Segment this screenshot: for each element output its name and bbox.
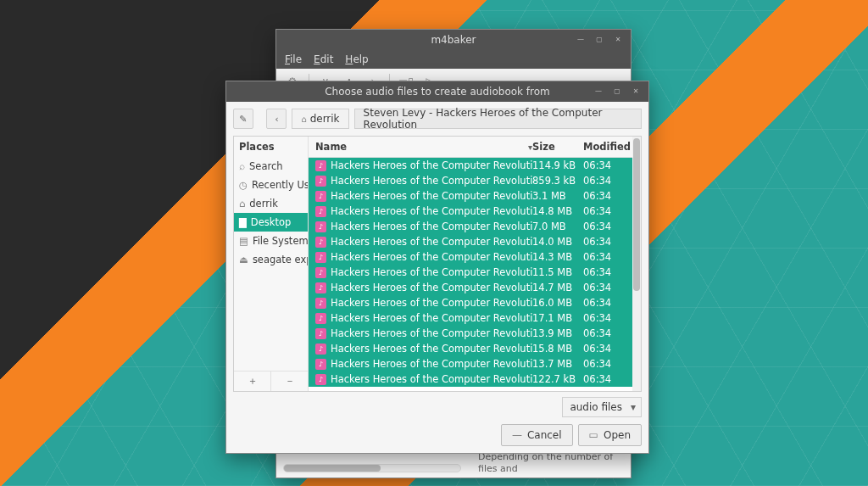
breadcrumb-current[interactable]: Steven Levy - Hackers Heroes of the Comp…	[354, 109, 642, 129]
open-icon: ▭	[589, 429, 598, 441]
file-filter-select[interactable]: audio files	[562, 397, 642, 417]
file-name: Hackers Heroes of the Computer Revolutio…	[331, 312, 532, 324]
open-button[interactable]: ▭ Open	[578, 424, 642, 446]
dialog-titlebar[interactable]: Choose audio files to create audiobook f…	[226, 81, 648, 102]
audio-file-icon: ♪	[315, 374, 326, 385]
file-name: Hackers Heroes of the Computer Revolutio…	[331, 373, 532, 385]
file-row[interactable]: ♪Hackers Heroes of the Computer Revoluti…	[309, 326, 641, 341]
menubar: File Edit Help	[276, 50, 631, 69]
file-row[interactable]: ♪Hackers Heroes of the Computer Revoluti…	[309, 249, 641, 265]
file-modified: 06:34	[583, 266, 634, 278]
file-name: Hackers Heroes of the Computer Revolutio…	[331, 358, 532, 370]
file-name: Hackers Heroes of the Computer Revolutio…	[331, 282, 532, 293]
audio-file-icon: ♪	[315, 313, 326, 324]
file-name: Hackers Heroes of the Computer Revolutio…	[331, 175, 532, 187]
file-row[interactable]: ♪Hackers Heroes of the Computer Revoluti…	[309, 158, 641, 173]
edit-path-button[interactable]: ✎	[233, 109, 253, 129]
maximize-icon[interactable]: ▢	[611, 85, 623, 97]
cancel-label: Cancel	[527, 429, 562, 441]
place-label: File System	[253, 235, 308, 247]
file-list-scrollbar[interactable]	[632, 137, 641, 391]
audio-file-icon: ♪	[315, 267, 326, 278]
file-row[interactable]: ♪Hackers Heroes of the Computer Revoluti…	[309, 173, 641, 188]
file-size: 16.0 MB	[532, 297, 583, 309]
file-size: 114.9 kB	[532, 159, 583, 171]
file-size: 15.8 MB	[532, 343, 583, 355]
menu-file[interactable]: File	[285, 53, 302, 65]
column-size[interactable]: Size	[532, 141, 583, 153]
file-size: 13.7 MB	[532, 358, 583, 370]
file-row[interactable]: ♪Hackers Heroes of the Computer Revoluti…	[309, 280, 641, 295]
place-label: seagate exp…	[253, 254, 308, 265]
file-row[interactable]: ♪Hackers Heroes of the Computer Revoluti…	[309, 219, 641, 234]
file-size: 14.0 MB	[532, 236, 583, 248]
place-icon: ▇	[239, 216, 247, 228]
menu-help[interactable]: Help	[345, 53, 368, 65]
file-row[interactable]: ♪Hackers Heroes of the Computer Revoluti…	[309, 371, 641, 387]
place-icon: ◷	[239, 179, 248, 191]
file-modified: 06:34	[583, 373, 634, 385]
file-name: Hackers Heroes of the Computer Revolutio…	[331, 343, 532, 355]
places-item-desktop[interactable]: ▇Desktop	[234, 213, 308, 232]
maximize-icon[interactable]: ▢	[593, 33, 605, 45]
m4baker-titlebar[interactable]: m4baker — ▢ ✕	[276, 30, 631, 50]
audio-file-icon: ♪	[315, 160, 326, 171]
minimize-icon[interactable]: —	[575, 33, 587, 45]
breadcrumb-home[interactable]: ⌂ derrik	[292, 109, 348, 129]
file-chooser-dialog: Choose audio files to create audiobook f…	[225, 81, 649, 454]
audio-file-icon: ♪	[315, 344, 326, 355]
place-icon: ⌕	[239, 160, 245, 172]
file-row[interactable]: ♪Hackers Heroes of the Computer Revoluti…	[309, 341, 641, 356]
file-size: 14.7 MB	[532, 282, 583, 293]
places-item-derrik[interactable]: ⌂derrik	[234, 194, 308, 213]
audio-file-icon: ♪	[315, 237, 326, 248]
file-row[interactable]: ♪Hackers Heroes of the Computer Revoluti…	[309, 204, 641, 219]
file-row[interactable]: ♪Hackers Heroes of the Computer Revoluti…	[309, 356, 641, 371]
places-item-file-system[interactable]: ▤File System	[234, 232, 308, 250]
file-modified: 06:34	[583, 358, 634, 370]
file-row[interactable]: ♪Hackers Heroes of the Computer Revoluti…	[309, 310, 641, 326]
places-item-seagate-exp-[interactable]: ⏏seagate exp…	[234, 250, 308, 269]
file-row[interactable]: ♪Hackers Heroes of the Computer Revoluti…	[309, 234, 641, 249]
file-name: Hackers Heroes of the Computer Revolutio…	[331, 266, 532, 278]
cancel-icon: —	[512, 429, 522, 441]
file-size: 17.1 MB	[532, 312, 583, 324]
open-label: Open	[604, 429, 631, 441]
file-size: 14.3 MB	[532, 251, 583, 263]
close-icon[interactable]: ✕	[630, 85, 642, 97]
path-back-button[interactable]: ‹	[266, 109, 287, 129]
places-item-search[interactable]: ⌕Search	[234, 157, 308, 176]
file-row[interactable]: ♪Hackers Heroes of the Computer Revoluti…	[309, 188, 641, 204]
file-row[interactable]: ♪Hackers Heroes of the Computer Revoluti…	[309, 265, 641, 280]
path-bar: ✎ ‹ ⌂ derrik Steven Levy - Hackers Heroe…	[233, 109, 642, 129]
file-list: Name ▾ Size Modified ♪Hackers Heroes of …	[309, 137, 641, 391]
close-icon[interactable]: ✕	[612, 33, 624, 45]
column-name[interactable]: Name	[315, 141, 347, 153]
column-modified[interactable]: Modified	[583, 141, 634, 153]
audio-file-icon: ♪	[315, 298, 326, 309]
audio-file-icon: ♪	[315, 206, 326, 217]
places-remove-button[interactable]: －	[271, 371, 308, 391]
horizontal-scrollbar[interactable]	[283, 464, 461, 472]
audio-file-icon: ♪	[315, 176, 326, 187]
file-name: Hackers Heroes of the Computer Revolutio…	[331, 205, 532, 217]
file-name: Hackers Heroes of the Computer Revolutio…	[331, 221, 532, 232]
places-item-recently-used[interactable]: ◷Recently Used	[234, 176, 308, 194]
cancel-button[interactable]: — Cancel	[501, 424, 573, 446]
places-header: Places	[234, 137, 308, 157]
place-label: derrik	[249, 198, 277, 209]
audio-file-icon: ♪	[315, 282, 326, 293]
minimize-icon[interactable]: —	[593, 85, 604, 97]
menu-edit[interactable]: Edit	[314, 53, 333, 65]
places-sidebar: Places ⌕Search◷Recently Used⌂derrik▇Desk…	[234, 137, 309, 391]
file-name: Hackers Heroes of the Computer Revolutio…	[331, 190, 532, 202]
place-label: Recently Used	[252, 179, 308, 191]
file-modified: 06:34	[583, 236, 634, 248]
file-name: Hackers Heroes of the Computer Revolutio…	[331, 327, 532, 339]
file-row[interactable]: ♪Hackers Heroes of the Computer Revoluti…	[309, 295, 641, 310]
place-icon: ▤	[239, 235, 248, 247]
places-add-button[interactable]: ＋	[234, 371, 271, 391]
file-modified: 06:34	[583, 282, 634, 293]
file-size: 7.0 MB	[532, 221, 583, 232]
breadcrumb-home-label: derrik	[310, 113, 340, 125]
